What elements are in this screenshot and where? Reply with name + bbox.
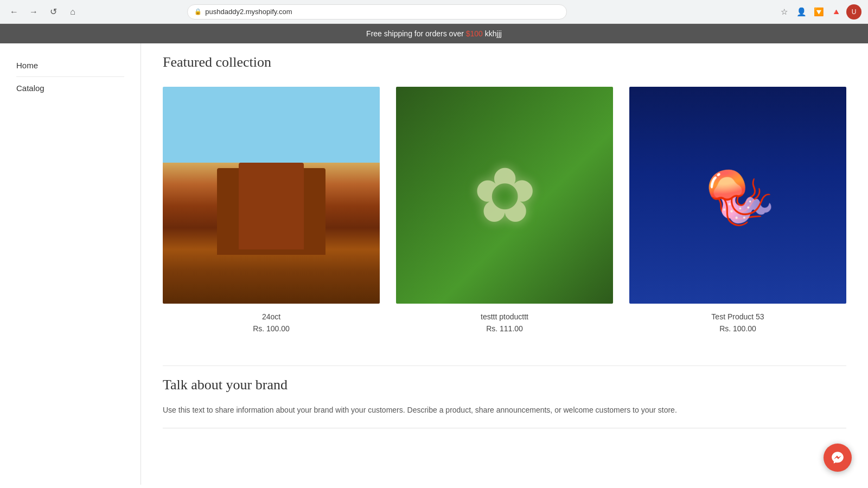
- announcement-bar: Free shipping for orders over $100 kkhjj…: [0, 24, 868, 43]
- bookmark-button[interactable]: ☆: [777, 4, 792, 20]
- product-image-3: [629, 87, 846, 304]
- sidebar-item-home[interactable]: Home: [16, 54, 124, 77]
- product-grid: 24oct Rs. 100.00 testtt ptoducttt Rs. 11…: [163, 87, 846, 333]
- announcement-text-before: Free shipping for orders over: [366, 29, 466, 38]
- product-image-1: [163, 87, 380, 304]
- brand-title: Talk about your brand: [163, 377, 846, 393]
- extension-button-1[interactable]: 🔽: [812, 4, 827, 20]
- footer: [163, 428, 846, 450]
- product-price-2: Rs. 111.00: [396, 324, 613, 333]
- flower-image: [396, 87, 613, 304]
- product-price-1: Rs. 100.00: [163, 324, 380, 333]
- user-avatar[interactable]: U: [846, 4, 861, 20]
- product-card-2[interactable]: testtt ptoducttt Rs. 111.00: [396, 87, 613, 333]
- messenger-icon: [831, 451, 845, 465]
- product-name-1: 24oct: [163, 312, 380, 321]
- browser-chrome: ← → ↺ ⌂ 🔒 pushdaddy2.myshopify.com ☆ 👤 🔽…: [0, 0, 868, 24]
- product-price-3: Rs. 100.00: [629, 324, 846, 333]
- product-name-3: Test Product 53: [629, 312, 846, 321]
- extension-button-2[interactable]: 🔺: [829, 4, 844, 20]
- sidebar: Home Catalog: [0, 43, 141, 485]
- announcement-text-after: kkhjjj: [485, 29, 502, 38]
- product-card-1[interactable]: 24oct Rs. 100.00: [163, 87, 380, 333]
- url-text: pushdaddy2.myshopify.com: [205, 8, 292, 16]
- sidebar-item-catalog[interactable]: Catalog: [16, 77, 124, 99]
- featured-collection-title: Featured collection: [163, 54, 846, 70]
- browser-actions: ☆ 👤 🔽 🔺 U: [777, 4, 861, 20]
- forward-button[interactable]: →: [26, 4, 41, 20]
- announcement-price: $100: [466, 29, 483, 38]
- product-image-2: [396, 87, 613, 304]
- featured-collection-section: Featured collection 24oct Rs. 100.00 tes…: [163, 54, 846, 333]
- refresh-button[interactable]: ↺: [46, 4, 61, 20]
- jellyfish-image: [629, 87, 846, 304]
- account-circle-button[interactable]: 👤: [794, 4, 809, 20]
- messenger-fab-button[interactable]: [824, 444, 852, 472]
- page-layout: Home Catalog Featured collection 24oct R…: [0, 43, 868, 485]
- brand-section: Talk about your brand Use this text to s…: [163, 365, 846, 428]
- back-button[interactable]: ←: [7, 4, 22, 20]
- address-bar[interactable]: 🔒 pushdaddy2.myshopify.com: [187, 4, 567, 20]
- main-content: Featured collection 24oct Rs. 100.00 tes…: [141, 43, 868, 485]
- product-name-2: testtt ptoducttt: [396, 312, 613, 321]
- home-button[interactable]: ⌂: [65, 4, 80, 20]
- lock-icon: 🔒: [194, 8, 202, 15]
- product-card-3[interactable]: Test Product 53 Rs. 100.00: [629, 87, 846, 333]
- desert-image: [163, 87, 380, 304]
- brand-text: Use this text to share information about…: [163, 404, 749, 417]
